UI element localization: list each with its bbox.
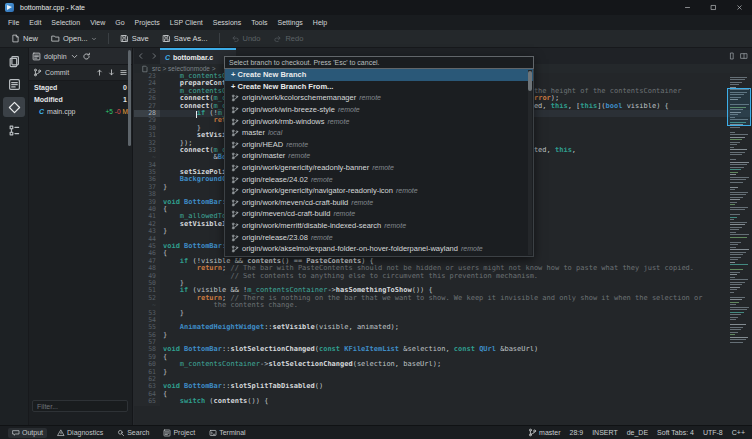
menu-tools[interactable]: Tools	[246, 15, 272, 30]
code-line[interactable]: 57	[134, 339, 752, 346]
git-menu-icon[interactable]	[119, 68, 128, 77]
history-back-button[interactable]	[134, 48, 147, 64]
menu-view[interactable]: View	[85, 15, 110, 30]
column-view-icon[interactable]	[728, 52, 736, 60]
branch-item-origin-work-meven-cd-craft-build[interactable]: origin/work/meven/cd-craft-buildremote	[225, 197, 533, 209]
save-button[interactable]: Save	[115, 32, 154, 45]
sidebar-documents-icon[interactable]	[3, 51, 25, 71]
menu-edit[interactable]: Edit	[24, 15, 46, 30]
maximize-button[interactable]	[700, 0, 726, 15]
menu-file[interactable]: File	[3, 15, 24, 30]
filter-input[interactable]: Filter...	[32, 400, 128, 412]
branch-item-origin-work-genericity-readonly-banner[interactable]: origin/work/genericity/readonly-bannerre…	[225, 162, 533, 174]
minimize-button[interactable]	[674, 0, 700, 15]
sidebar-symbols-icon[interactable]	[3, 120, 25, 140]
panel-terminal[interactable]: Terminal	[205, 428, 249, 438]
toolbar-separator	[219, 33, 220, 44]
code-line[interactable]: 64{	[134, 391, 752, 398]
panel-diagnostics[interactable]: Diagnostics	[53, 428, 107, 438]
menu-projects[interactable]: Projects	[130, 15, 165, 30]
sidebar-file-list-icon[interactable]	[3, 74, 25, 94]
branch-item-origin-work-win-breeze-style[interactable]: origin/work/win-breeze-styleremote	[225, 104, 533, 116]
git-commit-row: Commit	[29, 65, 132, 81]
branch-item-origin-meven-cd-craft-build[interactable]: origin/meven/cd-craft-buildremote	[225, 208, 533, 220]
undo-button[interactable]: Undo	[226, 32, 266, 45]
code-line[interactable]: 62	[134, 376, 752, 383]
code-line[interactable]: 53 }	[134, 310, 752, 317]
branch-item-origin-work-merritt-disable-indexed-search[interactable]: origin/work/merritt/disable-indexed-sear…	[225, 220, 533, 232]
menu-selection[interactable]: Selection	[46, 15, 85, 30]
code-line[interactable]: 52 return; // There is nothing on the ba…	[134, 295, 752, 302]
menu-sessions[interactable]: Sessions	[208, 15, 246, 30]
push-icon[interactable]	[95, 68, 104, 77]
code-line[interactable]: 56}	[134, 332, 752, 339]
modified-row[interactable]: Modified 1	[29, 93, 132, 105]
undo-icon	[231, 34, 240, 43]
project-icon	[32, 52, 41, 61]
new-button[interactable]: New	[6, 32, 43, 45]
branch-item-origin-release-24-02[interactable]: origin/release/24.02remote	[225, 173, 533, 185]
chevron-down-icon[interactable]	[70, 52, 79, 61]
pull-icon[interactable]	[107, 68, 116, 77]
panel-output[interactable]: Output	[8, 428, 47, 438]
git-branch-status[interactable]: master	[528, 428, 560, 437]
code-line[interactable]: 63void BottomBar::slotSplitTabDisabled()	[134, 383, 752, 390]
popup-scrollbar[interactable]	[528, 70, 532, 255]
minimap-scrollbar[interactable]	[729, 74, 750, 374]
code-line[interactable]: 48 return; // The bar with PasteContents…	[134, 265, 752, 272]
history-forward-button[interactable]	[147, 48, 160, 64]
redo-button[interactable]: Redo	[268, 32, 308, 45]
branch-item-origin-head[interactable]: origin/HEADremote	[225, 139, 533, 151]
branch-item-origin-work[interactable]: origin/work/…	[225, 255, 533, 258]
modified-file-row[interactable]: C main.cpp +5 -0 M	[29, 105, 132, 117]
branch-item-origin-work-kcolorschememanager[interactable]: origin/work/kcolorschememanagerremote	[225, 92, 533, 104]
staged-row[interactable]: Staged 0	[29, 81, 132, 93]
code-line[interactable]: 59{	[134, 354, 752, 361]
code-line[interactable]: 55 AnimatedHeightWidget::setVisible(visi…	[134, 324, 752, 331]
sidebar-git-icon[interactable]	[3, 97, 25, 117]
code-line[interactable]: ~ the contents change.	[134, 302, 752, 309]
close-button[interactable]	[726, 0, 752, 15]
split-view-icon[interactable]	[740, 52, 748, 60]
panel-search[interactable]: Search	[113, 428, 153, 438]
branch-item-origin-work-akselmo-expand-folder-on-hover-folderpanel-wayland[interactable]: origin/work/akselmo/expand-folder-on-hov…	[225, 243, 533, 255]
line-number: 49	[134, 273, 160, 280]
git-panel-scrollbar[interactable]	[128, 50, 131, 146]
branch-item-origin-work-genericity-navigator-readonly-icon[interactable]: origin/work/genericity/navigator-readonl…	[225, 185, 533, 197]
menu-help[interactable]: Help	[308, 15, 332, 30]
branch-item-origin-master[interactable]: origin/masterremote	[225, 150, 533, 162]
encoding[interactable]: UTF-8	[703, 429, 723, 436]
code-line[interactable]: 65 switch (contents()) {	[134, 398, 752, 405]
highlight-mode[interactable]: C++	[732, 429, 745, 436]
git-project-selector[interactable]: dolphin	[29, 48, 132, 65]
code-line[interactable]: 61}	[134, 369, 752, 376]
code-line[interactable]: 47 if (!visible && contents() == PasteCo…	[134, 258, 752, 265]
save-as-button[interactable]: Save As...	[157, 32, 213, 45]
branch-item-create-new-branch-from[interactable]: + Create New Branch From...	[225, 81, 533, 93]
code-line[interactable]: 60 m_contentsContainer->slotSelectionCha…	[134, 361, 752, 368]
refresh-icon[interactable]	[82, 52, 91, 61]
menu-go[interactable]: Go	[110, 15, 129, 30]
code-line[interactable]: 50 }	[134, 280, 752, 287]
branch-item-master[interactable]: masterlocal	[225, 127, 533, 139]
code-line[interactable]: 54	[134, 317, 752, 324]
menu-settings[interactable]: Settings	[273, 15, 308, 30]
branch-icon	[231, 245, 239, 253]
code-line[interactable]: 51 if (visible && !m_contentsContainer->…	[134, 287, 752, 294]
cursor-position[interactable]: 28:9	[570, 429, 584, 436]
panel-project[interactable]: Project	[159, 428, 199, 438]
code-line[interactable]: 49 // Set contents to anything else to c…	[134, 273, 752, 280]
minimap-viewport[interactable]	[727, 88, 751, 126]
tab-mode[interactable]: Soft Tabs: 4	[657, 429, 694, 436]
popup-scrollbar-thumb[interactable]	[528, 71, 532, 91]
branch-item-origin-release-23-08[interactable]: origin/release/23.08remote	[225, 231, 533, 243]
open-button[interactable]: Open...	[46, 32, 102, 45]
branch-item-create-new-branch[interactable]: + Create New Branch	[225, 69, 533, 81]
input-mode[interactable]: INSERT	[592, 429, 618, 436]
branch-search-input[interactable]: Select branch to checkout. Press 'Esc' t…	[224, 56, 534, 69]
branch-item-origin-work-rmb-windows[interactable]: origin/work/rmb-windowsremote	[225, 115, 533, 127]
menu-lsp-client[interactable]: LSP Client	[165, 15, 208, 30]
code-line[interactable]: 58void BottomBar::slotSelectionChanged(c…	[134, 346, 752, 353]
commit-button[interactable]: Commit	[45, 69, 69, 76]
dictionary[interactable]: de_DE	[627, 429, 648, 436]
